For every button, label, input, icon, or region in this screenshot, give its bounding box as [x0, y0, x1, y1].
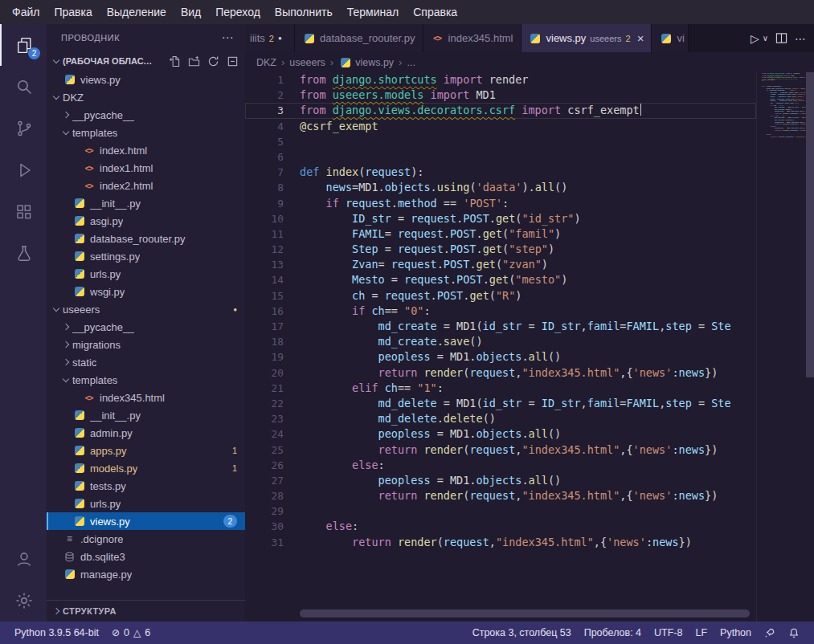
code-line-3[interactable]: 3from django.views.decorators.csrf impor… — [245, 103, 756, 118]
code-line-23[interactable]: 23 md_delete.delete() — [245, 411, 756, 426]
new-folder-button[interactable] — [188, 55, 200, 67]
close-tab-icon[interactable]: × — [637, 31, 644, 45]
code-line-6[interactable]: 6 — [245, 149, 756, 165]
code-line-28[interactable]: 28 return render(request,"index345.html"… — [245, 488, 756, 503]
horizontal-scrollbar[interactable] — [300, 609, 750, 618]
vertical-scrollbar[interactable] — [806, 72, 814, 377]
run-dropdown-chevron[interactable]: ∨ — [763, 34, 768, 43]
tree-item-migrations[interactable]: migrations — [47, 336, 245, 353]
tab-index345-html[interactable]: <>index345.html — [423, 24, 522, 52]
tree-item-urls-py[interactable]: urls.py — [47, 495, 245, 512]
code-line-26[interactable]: 26 else: — [245, 458, 756, 473]
cursor-position[interactable]: Строка 3, столбец 53 — [466, 627, 578, 638]
code-line-14[interactable]: 14 Mesto = request.POST.get("mesto") — [245, 272, 756, 287]
tree-item-views-py[interactable]: views.py — [47, 71, 245, 88]
tree-item-tests-py[interactable]: tests.py — [47, 477, 245, 495]
tree-item-index-html[interactable]: <>index.html — [47, 141, 245, 159]
code-line-19[interactable]: 19 peopless = MD1.objects.all() — [245, 349, 756, 365]
tree-item-dcignore[interactable]: ≡.dcignore — [47, 530, 245, 548]
menu-item[interactable]: Выполнить — [268, 0, 340, 24]
tree-item-manage-py[interactable]: manage.py — [47, 565, 245, 583]
more-actions-button[interactable]: ⋯ — [795, 32, 806, 45]
menu-item[interactable]: Переход — [208, 0, 268, 24]
code-line-2[interactable]: 2from useeers.models import MD1 — [245, 88, 756, 103]
tree-item-views-py[interactable]: views.py2 — [47, 512, 245, 530]
activity-explorer[interactable]: 2 — [0, 24, 47, 66]
tree-item-pycache[interactable]: __pycache__ — [47, 318, 245, 336]
tree-item-index345-html[interactable]: <>index345.html — [47, 389, 245, 406]
tree-item-urls-py[interactable]: urls.py — [47, 265, 245, 283]
tree-item-admin-py[interactable]: admin.py — [47, 424, 245, 442]
split-editor-button[interactable] — [775, 32, 787, 44]
indentation[interactable]: Пробелов: 4 — [578, 627, 648, 638]
new-file-button[interactable] — [169, 55, 181, 67]
workspace-section-header[interactable]: (РАБОЧАЯ ОБЛАСТЬ) ... — [47, 51, 245, 71]
code-line-25[interactable]: 25 return render(request,"index345.html"… — [245, 442, 756, 458]
code-line-8[interactable]: 8 news=MD1.objects.using('daata').all() — [245, 180, 756, 195]
code-line-12[interactable]: 12 Step = request.POST.get("step") — [245, 242, 756, 257]
tree-item-pycache[interactable]: __pycache__ — [47, 106, 245, 124]
encoding[interactable]: UTF-8 — [648, 627, 689, 638]
breadcrumb-item[interactable]: ... — [407, 57, 415, 68]
menu-item[interactable]: Файл — [5, 0, 47, 24]
activity-extensions[interactable] — [0, 191, 47, 233]
tree-item-init-py[interactable]: __init__.py — [47, 406, 245, 424]
tree-item-templates[interactable]: templates — [47, 371, 245, 389]
python-interpreter[interactable]: Python 3.9.5 64-bit — [8, 627, 105, 638]
tree-item-settings-py[interactable]: settings.py — [47, 247, 245, 265]
code-line-7[interactable]: 7def index(request): — [245, 165, 756, 180]
menu-item[interactable]: Терминал — [340, 0, 406, 24]
bell-icon[interactable] — [782, 627, 806, 638]
tree-item-models-py[interactable]: models.py1 — [47, 459, 245, 477]
activity-settings[interactable] — [0, 580, 47, 622]
problems[interactable]: ⊘0△6 — [105, 627, 157, 638]
tree-item-wsgi-py[interactable]: wsgi.py — [47, 283, 245, 300]
tree-item-index1-html[interactable]: <>index1.html — [47, 159, 245, 177]
eol[interactable]: LF — [689, 627, 714, 638]
tree-item-index2-html[interactable]: <>index2.html — [47, 177, 245, 194]
refresh-explorer-button[interactable] — [207, 55, 219, 67]
code-line-22[interactable]: 22 md_delete = MD1(id_str = ID_str,famil… — [245, 396, 756, 411]
menu-item[interactable]: Справка — [406, 0, 464, 24]
code-line-29[interactable]: 29 — [245, 503, 756, 519]
code-line-1[interactable]: 1from django.shortcuts import render — [245, 72, 756, 88]
code-line-20[interactable]: 20 return render(request,"index345.html"… — [245, 365, 756, 381]
tab-iiits[interactable]: iiits2● — [245, 24, 295, 52]
code-line-5[interactable]: 5 — [245, 134, 756, 149]
menu-item[interactable]: Вид — [174, 0, 208, 24]
tree-item-init-py[interactable]: __init__.py — [47, 194, 245, 212]
code-line-17[interactable]: 17 md_create = MD1(id_str = ID_str,famil… — [245, 319, 756, 334]
activity-run-debug[interactable] — [0, 149, 47, 191]
code-line-4[interactable]: 4@csrf_exempt — [245, 119, 756, 134]
code-line-16[interactable]: 16 if ch== "0": — [245, 304, 756, 319]
activity-account[interactable] — [0, 538, 47, 580]
code-line-31[interactable]: 31 return render(request,"index345.html"… — [245, 535, 756, 550]
code-area[interactable]: 1from django.shortcuts import render2fro… — [245, 72, 756, 622]
more-actions-icon[interactable]: ⋯ — [222, 31, 235, 45]
code-line-21[interactable]: 21 elif ch== "1": — [245, 381, 756, 396]
collapse-folders-button[interactable] — [227, 55, 239, 67]
breadcrumb-dkz[interactable]: DKZ — [256, 57, 276, 68]
code-line-24[interactable]: 24 peopless = MD1.objects.all() — [245, 426, 756, 442]
tree-item-templates[interactable]: templates — [47, 124, 245, 141]
tree-item-static[interactable]: static — [47, 353, 245, 371]
code-line-30[interactable]: 30 else: — [245, 519, 756, 534]
code-line-10[interactable]: 10 ID_str = request.POST.get("id_str") — [245, 211, 756, 226]
tab-database-roouter-py[interactable]: database_roouter.py — [295, 24, 423, 52]
tree-item-dkz[interactable]: DKZ — [47, 88, 245, 106]
tab-views-py[interactable]: views.pyuseeers2× — [522, 24, 652, 52]
activity-testing[interactable] — [0, 233, 47, 275]
tree-item-database-roouter-py[interactable]: database_roouter.py — [47, 230, 245, 247]
breadcrumb-views-py[interactable]: views.py — [338, 56, 394, 69]
tree-item-asgi-py[interactable]: asgi.py — [47, 212, 245, 230]
menu-item[interactable]: Выделение — [100, 0, 174, 24]
run-python-file-button[interactable]: ▷ — [751, 32, 759, 45]
code-line-11[interactable]: 11 FAMIL= request.POST.get("famil") — [245, 226, 756, 242]
tree-item-db-sqlite3[interactable]: db.sqlite3 — [47, 548, 245, 565]
tab-vi[interactable]: vi — [652, 24, 689, 52]
language-mode[interactable]: Python — [714, 627, 758, 638]
code-line-13[interactable]: 13 Zvan= request.POST.get("zvan") — [245, 257, 756, 272]
outline-section-header[interactable]: СТРУКТУРА — [47, 600, 245, 622]
code-line-18[interactable]: 18 md_create.save() — [245, 334, 756, 349]
rocket-icon[interactable] — [758, 627, 782, 638]
